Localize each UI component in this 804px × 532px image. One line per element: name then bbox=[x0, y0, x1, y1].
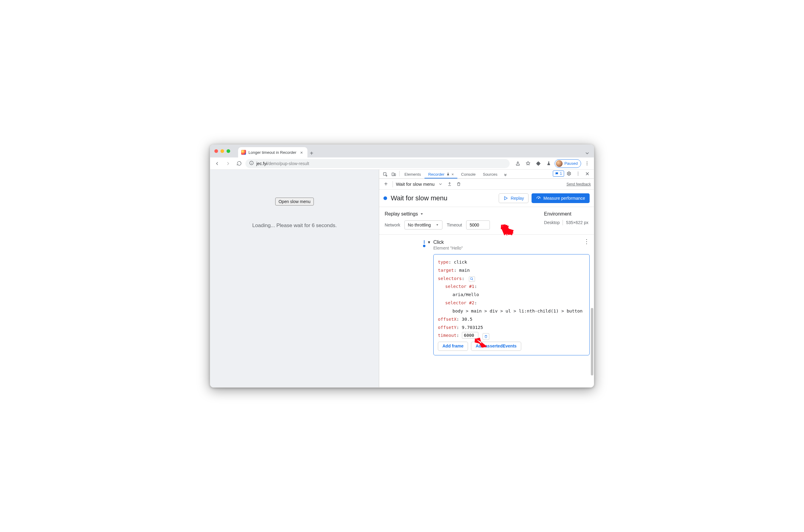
recording-title: Wait for slow menu bbox=[391, 194, 447, 202]
toolbar: jec.fyi/demo/pup-slow-result Paused bbox=[210, 157, 594, 170]
prop-key: timeout bbox=[438, 333, 456, 338]
network-label: Network bbox=[385, 223, 400, 227]
labs-flask-icon[interactable] bbox=[544, 159, 554, 168]
network-throttle-select[interactable]: No throttling bbox=[405, 221, 443, 229]
devtools-more-tabs-icon[interactable] bbox=[501, 171, 510, 178]
issues-chip[interactable]: 1 bbox=[553, 171, 564, 177]
prop-val: 30.5 bbox=[462, 317, 472, 322]
chevron-down-icon[interactable] bbox=[437, 181, 444, 187]
omnibox[interactable]: jec.fyi/demo/pup-slow-result bbox=[245, 159, 510, 168]
tabstrip-expand-icon[interactable] bbox=[583, 149, 592, 157]
export-icon[interactable] bbox=[447, 181, 453, 187]
measure-label: Measure performance bbox=[543, 196, 585, 201]
tab-elements[interactable]: Elements bbox=[401, 171, 425, 178]
scrollbar-thumb[interactable] bbox=[591, 308, 593, 376]
close-window-button[interactable] bbox=[214, 149, 218, 153]
delete-icon[interactable] bbox=[456, 181, 462, 187]
prop-val: aria/Hello bbox=[452, 291, 585, 299]
measure-performance-button[interactable]: Measure performance bbox=[531, 193, 590, 203]
window-controls bbox=[212, 145, 232, 157]
replay-settings-row: Replay settings Network No throttling Ti… bbox=[379, 207, 594, 235]
recording-selector[interactable]: Wait for slow menu bbox=[396, 182, 434, 187]
reload-button[interactable] bbox=[235, 159, 244, 168]
step-subtitle: Element "Hello" bbox=[433, 246, 590, 250]
selector-picker-button[interactable] bbox=[469, 276, 475, 282]
caret-down-icon bbox=[419, 212, 424, 216]
site-info-icon[interactable] bbox=[249, 160, 254, 166]
prop-key: type bbox=[438, 260, 449, 265]
browser-menu-button[interactable] bbox=[582, 159, 592, 168]
maximize-window-button[interactable] bbox=[227, 149, 230, 153]
prop-val: body > main > div > ul > li:nth-child(1)… bbox=[452, 307, 585, 315]
recorder-toolbar: + Wait for slow menu Send feedback bbox=[379, 179, 594, 190]
inspect-element-icon[interactable] bbox=[381, 171, 390, 178]
share-icon[interactable] bbox=[513, 159, 522, 168]
new-tab-button[interactable]: + bbox=[307, 149, 316, 157]
devtools-tabbar: Elements Recorder × Console Sources bbox=[379, 170, 594, 179]
svg-rect-6 bbox=[392, 173, 394, 176]
svg-rect-7 bbox=[394, 174, 396, 176]
separator bbox=[399, 171, 399, 176]
step-timeout-field[interactable] bbox=[464, 333, 476, 338]
back-button[interactable] bbox=[212, 159, 222, 168]
recorder-header: Wait for slow menu Replay Measure perfor… bbox=[379, 190, 594, 207]
tab-recorder-label: Recorder bbox=[428, 172, 444, 177]
timeout-input[interactable] bbox=[466, 221, 490, 229]
new-recording-button[interactable]: + bbox=[382, 180, 390, 188]
environment-info: Desktop 535×622 px bbox=[544, 220, 588, 225]
recorder-actions: Replay Measure performance bbox=[499, 193, 590, 203]
env-device: Desktop bbox=[544, 220, 560, 225]
devtools-settings-icon[interactable] bbox=[565, 170, 573, 177]
step-menu-button[interactable]: ⋮ bbox=[583, 240, 590, 245]
devtools-menu-icon[interactable] bbox=[574, 170, 582, 177]
prop-key: target bbox=[438, 268, 454, 273]
close-tab-button[interactable]: × bbox=[299, 150, 304, 155]
step-rail bbox=[421, 240, 427, 247]
issues-count: 1 bbox=[560, 171, 562, 176]
add-asserted-events-button[interactable]: Add assertedEvents bbox=[471, 342, 521, 351]
tabstrip: Longer timeout in Recorder × + bbox=[210, 145, 594, 157]
prop-key: selector #2 bbox=[445, 300, 474, 305]
extensions-icon[interactable] bbox=[534, 159, 543, 168]
prop-key: selector #1 bbox=[445, 284, 474, 289]
replay-button[interactable]: Replay bbox=[499, 193, 528, 203]
rail-line-icon bbox=[424, 240, 425, 244]
browser-window: Longer timeout in Recorder × + jec.fyi/d… bbox=[210, 145, 594, 387]
svg-point-12 bbox=[538, 198, 539, 199]
minimize-window-button[interactable] bbox=[221, 149, 224, 153]
svg-point-4 bbox=[586, 165, 587, 165]
replay-settings-label: Replay settings bbox=[385, 211, 418, 217]
caret-down-icon[interactable]: ▼ bbox=[427, 240, 431, 244]
svg-point-2 bbox=[586, 162, 587, 162]
replay-label: Replay bbox=[510, 196, 524, 201]
avatar-icon bbox=[556, 160, 563, 167]
forward-button bbox=[224, 159, 232, 168]
profile-status: Paused bbox=[564, 161, 578, 166]
send-feedback-link[interactable]: Send feedback bbox=[566, 182, 591, 186]
profile-chip[interactable]: Paused bbox=[555, 159, 581, 168]
close-tab-icon[interactable]: × bbox=[452, 172, 454, 177]
svg-point-10 bbox=[578, 173, 578, 174]
timeout-input-field[interactable] bbox=[469, 223, 487, 227]
tab-sources[interactable]: Sources bbox=[479, 171, 501, 178]
replay-settings-title[interactable]: Replay settings bbox=[385, 211, 490, 217]
caret-down-icon bbox=[435, 223, 439, 227]
device-toolbar-icon[interactable] bbox=[390, 171, 398, 178]
flask-icon bbox=[446, 172, 450, 177]
tab-active[interactable]: Longer timeout in Recorder × bbox=[238, 147, 307, 157]
add-frame-button[interactable]: Add frame bbox=[438, 342, 468, 351]
devtools-close-icon[interactable] bbox=[583, 170, 592, 177]
recorder-steps[interactable]: ▼ Click ⋮ Element "Hello" type: click ta… bbox=[379, 235, 594, 387]
open-slow-menu-button[interactable]: Open slow menu bbox=[275, 197, 314, 206]
step-timeout-input[interactable] bbox=[462, 332, 478, 339]
tab-title: Longer timeout in Recorder bbox=[248, 150, 297, 155]
scrollbar[interactable] bbox=[591, 236, 593, 386]
tab-recorder[interactable]: Recorder × bbox=[425, 171, 457, 178]
tab-console[interactable]: Console bbox=[457, 171, 479, 178]
svg-point-9 bbox=[578, 172, 578, 172]
prop-key: offsetY bbox=[438, 325, 456, 330]
step-details-card: type: click target: main selectors: sele… bbox=[433, 254, 590, 355]
bookmark-star-icon[interactable] bbox=[524, 159, 533, 168]
timeout-label: Timeout bbox=[447, 223, 462, 227]
delete-timeout-button[interactable] bbox=[483, 333, 489, 340]
